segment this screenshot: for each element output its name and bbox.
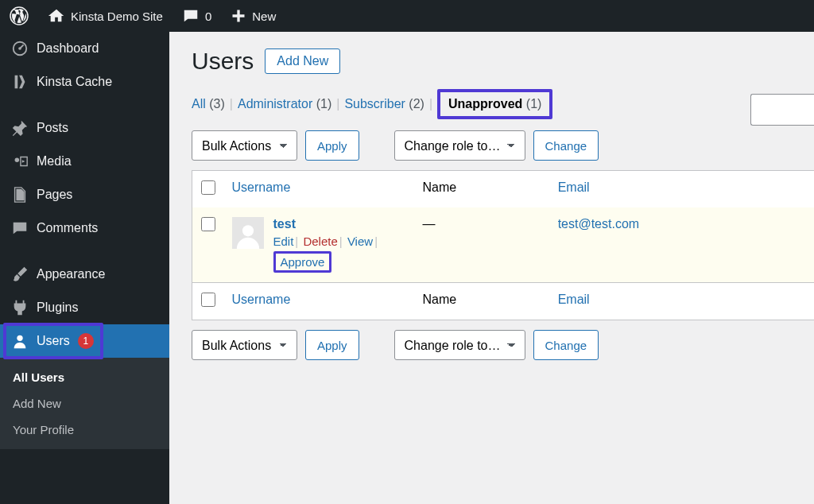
- sidebar-item-dashboard[interactable]: Dashboard: [0, 32, 169, 65]
- select-all-checkbox-foot[interactable]: [201, 293, 215, 307]
- home-icon: [48, 7, 65, 25]
- row-actions: Edit| Delete| View| Approve: [273, 235, 380, 273]
- select-all-checkbox[interactable]: [201, 180, 215, 195]
- sidebar-item-comments[interactable]: Comments: [0, 211, 169, 245]
- submenu-add-new[interactable]: Add New: [0, 390, 169, 417]
- col-username-foot[interactable]: Username: [224, 283, 415, 320]
- filter-unapproved[interactable]: Unapproved: [448, 97, 522, 110]
- users-badge: 1: [78, 333, 94, 349]
- col-name: Name: [415, 171, 550, 208]
- admin-sidebar: Dashboard Kinsta Cache Posts Media Pages…: [0, 32, 169, 504]
- comments-link[interactable]: 0: [172, 7, 221, 25]
- submenu-all-users[interactable]: All Users: [0, 364, 169, 390]
- site-name: Kinsta Demo Site: [71, 10, 163, 23]
- delete-link[interactable]: Delete: [303, 235, 337, 248]
- filter-links: All (3) | Administrator (1) | Subscriber…: [192, 89, 814, 119]
- apply-button-bottom[interactable]: Apply: [305, 330, 359, 360]
- sidebar-item-kinsta-cache[interactable]: Kinsta Cache: [0, 65, 169, 99]
- new-label: New: [252, 10, 276, 23]
- col-username[interactable]: Username: [224, 171, 415, 208]
- sidebar-item-users[interactable]: Users 1: [0, 324, 169, 358]
- submenu-profile[interactable]: Your Profile: [0, 417, 169, 443]
- comment-icon: [182, 7, 200, 25]
- page-icon: [11, 186, 29, 204]
- users-submenu: All Users Add New Your Profile: [0, 358, 169, 449]
- change-button-bottom[interactable]: Change: [533, 330, 599, 360]
- sidebar-item-appearance[interactable]: Appearance: [0, 258, 169, 291]
- svg-point-3: [15, 157, 19, 162]
- sidebar-item-media[interactable]: Media: [0, 145, 169, 178]
- wp-logo[interactable]: [0, 6, 38, 25]
- edit-link[interactable]: Edit: [273, 235, 294, 248]
- approve-link[interactable]: Approve: [281, 255, 325, 269]
- apply-button[interactable]: Apply: [305, 130, 359, 161]
- col-email-foot[interactable]: Email: [550, 283, 814, 320]
- bulk-actions-select-bottom[interactable]: Bulk Actions: [192, 330, 297, 360]
- sidebar-item-plugins[interactable]: Plugins: [0, 291, 169, 324]
- highlight-unapproved: Unapproved (1): [437, 89, 552, 119]
- svg-point-5: [242, 225, 253, 236]
- dashboard-icon: [11, 40, 29, 57]
- brush-icon: [11, 266, 29, 283]
- user-link[interactable]: test: [273, 217, 296, 231]
- avatar-icon: [235, 222, 262, 249]
- change-button[interactable]: Change: [533, 130, 599, 161]
- plus-icon: [231, 8, 246, 24]
- row-checkbox[interactable]: [201, 217, 215, 231]
- sidebar-item-posts[interactable]: Posts: [0, 111, 169, 145]
- page-title: Users: [192, 48, 254, 75]
- main-content: Users Add New All (3) | Administrator (1…: [169, 32, 814, 386]
- search-input[interactable]: [750, 94, 814, 126]
- comments-count: 0: [205, 10, 211, 23]
- sidebar-item-pages[interactable]: Pages: [0, 178, 169, 211]
- change-role-select-bottom[interactable]: Change role to…: [394, 330, 525, 360]
- plugin-icon: [11, 299, 29, 316]
- pin-icon: [11, 119, 29, 137]
- email-link[interactable]: test@test.com: [558, 217, 640, 231]
- view-link[interactable]: View: [347, 235, 373, 248]
- avatar: [232, 217, 264, 249]
- change-role-select[interactable]: Change role to…: [394, 130, 525, 161]
- wordpress-icon: [10, 6, 29, 25]
- add-new-button[interactable]: Add New: [265, 48, 340, 74]
- table-row: test Edit| Delete| View| Approve: [192, 207, 815, 283]
- kinsta-icon: [11, 73, 29, 91]
- comments-icon: [11, 219, 29, 237]
- highlight-approve: Approve: [273, 251, 332, 273]
- media-icon: [11, 153, 29, 170]
- filter-admin[interactable]: Administrator: [238, 97, 312, 111]
- svg-point-4: [17, 335, 22, 341]
- col-email[interactable]: Email: [550, 171, 814, 208]
- user-icon: [11, 332, 29, 350]
- bulk-actions-select[interactable]: Bulk Actions: [192, 130, 297, 161]
- col-name-foot: Name: [415, 283, 550, 320]
- admin-bar: Kinsta Demo Site 0 New: [0, 0, 814, 32]
- new-content-link[interactable]: New: [221, 8, 285, 24]
- name-cell: —: [415, 207, 550, 283]
- site-home-link[interactable]: Kinsta Demo Site: [38, 7, 172, 25]
- users-table: Username Name Email test Edit|: [192, 170, 814, 320]
- svg-point-2: [18, 47, 21, 50]
- filter-subscriber[interactable]: Subscriber: [344, 97, 405, 111]
- filter-all[interactable]: All: [192, 97, 206, 111]
